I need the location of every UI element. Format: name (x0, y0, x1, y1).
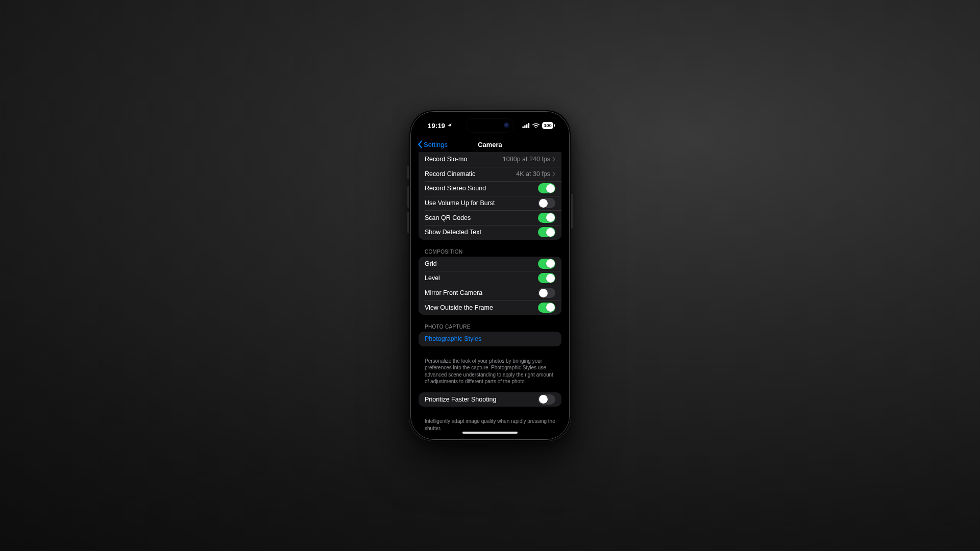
page-title: Camera (478, 141, 502, 148)
settings-row[interactable]: Record Stereo Sound (419, 181, 561, 196)
chevron-left-icon (418, 140, 423, 148)
wifi-icon (532, 123, 540, 128)
cell-signal-icon (522, 123, 530, 128)
settings-row[interactable]: Use Volume Up for Burst (419, 196, 561, 211)
toggle-switch[interactable] (538, 394, 555, 405)
toggle-switch[interactable] (538, 213, 555, 223)
toggle-switch[interactable] (538, 227, 555, 237)
back-button[interactable]: Settings (418, 140, 448, 148)
group-prioritize: Prioritize Faster Shooting (419, 392, 561, 407)
screen: 19:19 100 Settings Camera Record Slo-mo1… (413, 114, 567, 437)
footer-prioritize: Intelligently adapt image quality when r… (413, 416, 567, 432)
home-indicator[interactable] (462, 432, 518, 434)
group-recording: Record Slo-mo1080p at 240 fpsRecord Cine… (419, 152, 561, 240)
footer-photographic-styles: Personalize the look of your photos by b… (413, 356, 567, 385)
row-label: Mirror Front Camera (425, 289, 538, 296)
row-label: Grid (425, 260, 538, 267)
settings-row[interactable]: Mirror Front Camera (419, 286, 561, 300)
back-label: Settings (424, 141, 448, 148)
settings-row[interactable]: Record Cinematic4K at 30 fps (419, 167, 561, 182)
phone-frame: 19:19 100 Settings Camera Record Slo-mo1… (409, 110, 571, 441)
chevron-right-icon (552, 157, 555, 162)
chevron-right-icon (552, 171, 555, 177)
svg-rect-1 (525, 126, 526, 128)
row-label: Use Volume Up for Burst (425, 199, 538, 207)
location-icon (447, 123, 452, 128)
toggle-switch[interactable] (538, 198, 555, 208)
row-label: View Outside the Frame (425, 304, 538, 311)
row-value: 4K at 30 fps (516, 170, 550, 178)
row-label: Level (425, 274, 538, 282)
row-label: Record Stereo Sound (425, 185, 538, 192)
toggle-switch[interactable] (538, 303, 555, 313)
header-composition: Composition (413, 249, 567, 257)
nav-bar: Settings Camera (413, 137, 567, 152)
svg-rect-0 (523, 127, 524, 128)
settings-row[interactable]: View Outside the Frame (419, 300, 561, 315)
settings-row[interactable]: Prioritize Faster Shooting (419, 392, 561, 407)
row-label: Scan QR Codes (425, 214, 538, 221)
settings-row[interactable]: Grid (419, 257, 561, 271)
toggle-switch[interactable] (538, 259, 555, 269)
group-composition: GridLevelMirror Front CameraView Outside… (419, 257, 561, 315)
row-value: 1080p at 240 fps (503, 156, 550, 163)
toggle-switch[interactable] (538, 288, 555, 298)
settings-scroll[interactable]: Record Slo-mo1080p at 240 fpsRecord Cine… (413, 152, 567, 437)
photographic-styles-link[interactable]: Photographic Styles (419, 332, 561, 346)
row-label: Record Slo-mo (425, 156, 503, 163)
settings-row[interactable]: Show Detected Text (419, 225, 561, 240)
dynamic-island (467, 119, 513, 132)
settings-row[interactable]: Record Slo-mo1080p at 240 fps (419, 152, 561, 167)
toggle-switch[interactable] (538, 183, 555, 193)
toggle-switch[interactable] (538, 273, 555, 283)
row-label: Prioritize Faster Shooting (425, 396, 538, 403)
svg-rect-2 (526, 124, 528, 129)
status-time: 19:19 (428, 122, 445, 130)
group-photographic-styles: Photographic Styles (419, 332, 561, 346)
header-photo-capture: Photo Capture (413, 324, 567, 332)
row-label: Record Cinematic (425, 170, 516, 178)
battery-indicator: 100 (542, 122, 553, 129)
settings-row[interactable]: Scan QR Codes (419, 210, 561, 225)
svg-rect-3 (528, 123, 530, 128)
settings-row[interactable]: Level (419, 271, 561, 286)
row-label: Show Detected Text (425, 229, 538, 236)
